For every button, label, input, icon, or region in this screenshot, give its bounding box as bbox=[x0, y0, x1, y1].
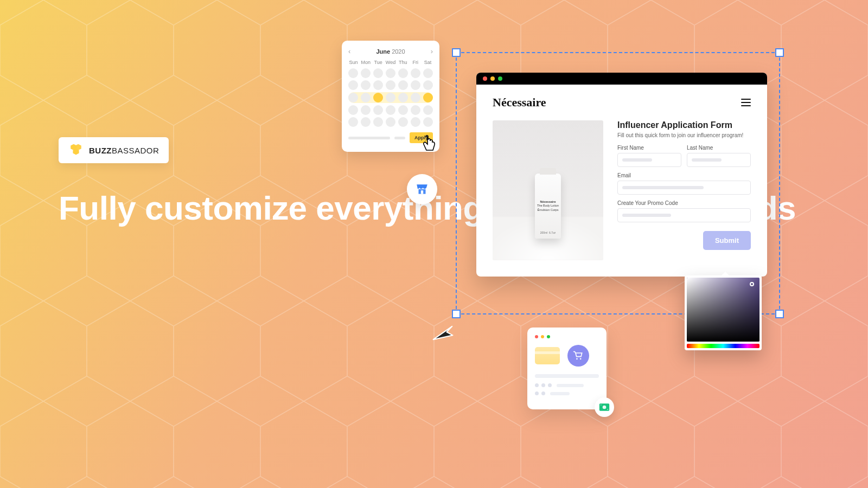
skeleton-row bbox=[535, 383, 599, 387]
last-name-input[interactable] bbox=[687, 153, 751, 167]
product-image: Nécessaire The Body Lotion Émulsion Corp… bbox=[493, 120, 603, 260]
pointer-hand-icon bbox=[422, 134, 438, 153]
calendar-skeleton-bar bbox=[394, 137, 405, 139]
skeleton-row bbox=[535, 391, 599, 395]
last-name-label: Last Name bbox=[687, 145, 751, 151]
browser-titlebar bbox=[476, 73, 767, 85]
first-name-input[interactable] bbox=[617, 153, 681, 167]
color-cursor-icon[interactable] bbox=[750, 282, 754, 286]
svg-rect-1 bbox=[421, 190, 423, 194]
svg-point-5 bbox=[603, 406, 607, 409]
storefront-icon bbox=[415, 182, 429, 196]
submit-button[interactable]: Submit bbox=[703, 231, 751, 250]
form-subtitle: Fill out this quick form to join our inf… bbox=[617, 132, 751, 138]
svg-point-6 bbox=[601, 404, 602, 406]
calendar-skeleton-bar bbox=[348, 137, 390, 139]
first-name-label: First Name bbox=[617, 145, 681, 151]
browser-window: Nécessaire Nécessaire The Body Lotion Ém… bbox=[476, 73, 767, 277]
payment-card-widget bbox=[527, 328, 607, 409]
calendar-prev-icon[interactable]: ‹ bbox=[348, 47, 350, 55]
skeleton-bar bbox=[535, 374, 599, 378]
svg-point-2 bbox=[576, 358, 578, 360]
money-badge bbox=[595, 397, 614, 417]
promo-input[interactable] bbox=[617, 208, 751, 222]
site-brand: Nécessaire bbox=[493, 95, 546, 110]
application-form: Influencer Application Form Fill out thi… bbox=[617, 120, 751, 260]
tube-label: Nécessaire The Body Lotion Émulsion Corp… bbox=[537, 200, 559, 211]
svg-point-3 bbox=[580, 358, 582, 360]
credit-card-icon bbox=[535, 347, 560, 364]
window-min-icon[interactable] bbox=[490, 76, 495, 81]
hamburger-icon[interactable] bbox=[741, 99, 751, 107]
promo-label: Create Your Promo Code bbox=[617, 200, 751, 206]
money-icon bbox=[599, 403, 610, 412]
logo-badge: BUZZBASSADOR bbox=[59, 137, 169, 163]
svg-point-7 bbox=[607, 409, 608, 410]
window-close-icon[interactable] bbox=[483, 76, 487, 81]
color-sv-panel[interactable] bbox=[687, 278, 760, 342]
cart-button[interactable] bbox=[567, 345, 589, 367]
storefront-bubble bbox=[407, 174, 437, 204]
email-input[interactable] bbox=[617, 181, 751, 195]
color-picker[interactable] bbox=[685, 275, 762, 350]
calendar-title: June 2020 bbox=[376, 48, 405, 55]
form-title: Influencer Application Form bbox=[617, 120, 751, 130]
cart-icon bbox=[573, 350, 584, 361]
email-label: Email bbox=[617, 172, 751, 178]
calendar-grid[interactable] bbox=[348, 68, 433, 127]
cursor-arrow-icon bbox=[431, 322, 454, 344]
window-max-icon[interactable] bbox=[498, 76, 502, 81]
calendar-day-headers: SunMonTueWedThuFriSat bbox=[348, 60, 433, 65]
window-traffic-lights bbox=[535, 335, 599, 338]
logo-text: BUZZBASSADOR bbox=[89, 146, 159, 155]
calendar-next-icon[interactable]: › bbox=[431, 47, 433, 55]
color-hue-slider[interactable] bbox=[687, 344, 760, 348]
logo-hex-icon bbox=[68, 143, 84, 158]
